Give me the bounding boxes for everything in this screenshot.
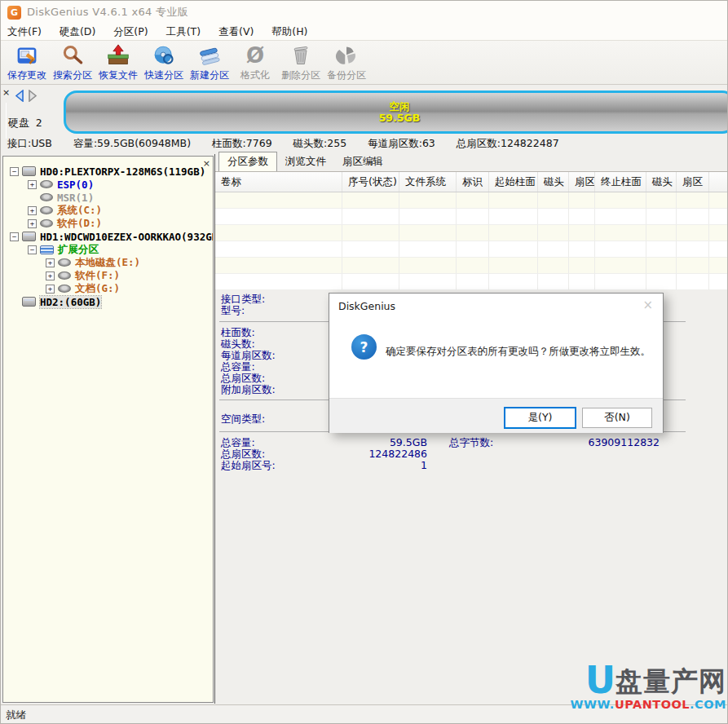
total-bytes-label: 总字节数:: [449, 436, 493, 450]
menu-tools[interactable]: 工具(T): [166, 25, 201, 39]
tree-item-msr[interactable]: MSR(1): [3, 191, 213, 204]
tree-item-label: 系统(C:): [57, 204, 102, 218]
dialog-message: 确定要保存对分区表的所有更改吗？所做更改将立即生效。: [386, 344, 655, 358]
menu-partition[interactable]: 分区(P): [113, 25, 148, 39]
col-volume-label[interactable]: 卷标: [215, 172, 342, 192]
backup-partition-button[interactable]: 备份分区: [324, 43, 369, 84]
toolbar-label: 搜索分区: [53, 68, 92, 82]
menu-bar: 文件(F) 硬盘(D) 分区(P) 工具(T) 查看(V) 帮助(H): [1, 24, 728, 41]
free-space-size: 59.5GB: [379, 113, 421, 124]
partition-icon: [40, 219, 53, 227]
yes-button[interactable]: 是(Y): [504, 407, 576, 429]
disk-capacity: 容量:59.5GB(60948MB): [73, 137, 191, 151]
partition-icon: [40, 193, 53, 201]
tab-bar: 分区参数 浏览文件 扇区编辑: [215, 154, 728, 172]
tree-item-software-d[interactable]: +软件(D:): [3, 217, 213, 230]
col-head[interactable]: 磁头: [538, 172, 569, 192]
menu-file[interactable]: 文件(F): [7, 25, 42, 39]
free-space-type: 空闲: [390, 101, 410, 113]
upantool-watermark: U 盘量产网 WWW.UPANTOOL.COM: [570, 664, 726, 717]
tree-item-extended[interactable]: −扩展分区: [3, 243, 213, 256]
save-changes-button[interactable]: 保存更改: [4, 43, 50, 84]
tree-item-label: HD0:PLEXTORPX-128M6S(119GB): [40, 166, 205, 178]
watermark-url-end: .COM: [690, 698, 726, 711]
current-disk-label: 硬盘 2: [8, 116, 42, 130]
tab-partition-params[interactable]: 分区参数: [218, 152, 277, 171]
close-icon[interactable]: ×: [642, 299, 653, 311]
disk-icon: [22, 166, 36, 176]
menu-view[interactable]: 查看(V): [218, 25, 254, 39]
question-icon: ?: [351, 334, 377, 360]
col-sector2[interactable]: 扇区: [677, 172, 709, 192]
tree-item-docs-g[interactable]: +文档(G:): [3, 282, 213, 295]
extra-sectors-label: 附加扇区数:: [221, 383, 276, 397]
tree-item-hd1[interactable]: −HD1:WDCWD10EZEX-OORKKAO(932GB): [3, 230, 213, 243]
table-row: [215, 258, 728, 274]
status-text: 就绪: [6, 709, 26, 722]
expand-icon[interactable]: +: [46, 285, 55, 294]
tree-item-label: 扩展分区: [58, 243, 99, 257]
expand-icon[interactable]: +: [46, 258, 55, 267]
col-id[interactable]: 标识: [457, 172, 489, 192]
partition-tree-panel: × −HD0:PLEXTORPX-128M6S(119GB) +ESP(0) M…: [2, 156, 214, 703]
menu-disk[interactable]: 硬盘(D): [60, 25, 95, 39]
disk-map-panel: × 硬盘 2 空闲 59.5GB 接口:USB 容量:59.5GB(60948M…: [1, 85, 728, 154]
dialog-footer: 是(Y) 否(N): [329, 398, 663, 433]
expand-icon[interactable]: +: [28, 180, 37, 189]
col-head2[interactable]: 磁头: [646, 172, 677, 192]
col-start-cylinder[interactable]: 起始柱面: [489, 172, 538, 192]
dialog-title-bar[interactable]: DiskGenius: [329, 294, 663, 318]
toolbar: 保存更改 搜索分区 恢复文件 快速分区 新建分区 Ø: [1, 41, 728, 85]
format-button[interactable]: Ø 格式化: [232, 43, 278, 84]
toolbar-label: 保存更改: [7, 68, 46, 82]
disk-icon: [22, 297, 36, 307]
quick-partition-button[interactable]: 快速分区: [141, 43, 187, 84]
col-end-cylinder[interactable]: 终止柱面: [595, 172, 646, 192]
new-partition-icon: [197, 43, 222, 68]
total-capacity-value: 59.5GB: [329, 436, 427, 448]
expand-icon[interactable]: +: [28, 206, 37, 215]
app-logo-icon: G: [7, 6, 21, 20]
tree-item-label: 软件(D:): [57, 217, 102, 231]
collapse-icon[interactable]: −: [10, 167, 19, 176]
disk-icon: [22, 232, 36, 241]
free-space-bar[interactable]: 空闲 59.5GB: [64, 90, 728, 134]
partition-icon: [40, 206, 53, 214]
tree-item-system-c[interactable]: +系统(C:): [3, 204, 213, 217]
table-row: [215, 225, 728, 241]
tree-item-esp[interactable]: +ESP(0): [3, 178, 213, 191]
next-disk-icon[interactable]: [28, 90, 38, 104]
col-filesystem[interactable]: 文件系统: [399, 172, 457, 192]
close-icon[interactable]: ×: [2, 88, 10, 97]
new-partition-button[interactable]: 新建分区: [187, 43, 232, 84]
total-sectors2-value: 124822486: [329, 448, 427, 460]
expand-icon[interactable]: +: [28, 219, 37, 228]
tree-item-label: HD2:(60GB): [40, 296, 101, 308]
prev-disk-icon[interactable]: [14, 90, 24, 104]
no-button[interactable]: 否(N): [582, 408, 652, 428]
collapse-icon[interactable]: −: [28, 245, 37, 254]
col-index-status[interactable]: 序号(状态): [342, 172, 399, 192]
partition-icon: [40, 180, 53, 188]
recover-files-button[interactable]: 恢复文件: [95, 43, 141, 84]
tree-item-software-f[interactable]: +软件(F:): [3, 269, 213, 282]
search-partition-button[interactable]: 搜索分区: [50, 43, 95, 84]
search-icon: [60, 43, 85, 68]
menu-help[interactable]: 帮助(H): [271, 25, 307, 39]
partition-tree: −HD0:PLEXTORPX-128M6S(119GB) +ESP(0) MSR…: [3, 165, 213, 308]
tree-item-local-e[interactable]: +本地磁盘(E:): [3, 256, 213, 269]
col-sector[interactable]: 扇区: [569, 172, 595, 192]
separator: [6, 103, 7, 139]
tree-item-hd2[interactable]: HD2:(60GB): [3, 295, 213, 308]
tree-item-label: HD1:WDCWD10EZEX-OORKKAO(932GB): [40, 231, 214, 243]
tree-item-hd0[interactable]: −HD0:PLEXTORPX-128M6S(119GB): [3, 165, 213, 178]
delete-partition-button[interactable]: 删除分区: [278, 43, 324, 84]
table-row: [215, 241, 728, 258]
diskgenius-window: G DiskGenius V4.6.1 x64 专业版 文件(F) 硬盘(D) …: [0, 0, 728, 724]
tab-sector-edit[interactable]: 扇区编辑: [334, 152, 391, 171]
start-sector-value: 1: [329, 459, 427, 471]
toolbar-label: 新建分区: [190, 68, 229, 82]
collapse-icon[interactable]: −: [10, 232, 19, 241]
expand-icon[interactable]: +: [46, 272, 55, 280]
tab-browse-files[interactable]: 浏览文件: [277, 152, 334, 171]
